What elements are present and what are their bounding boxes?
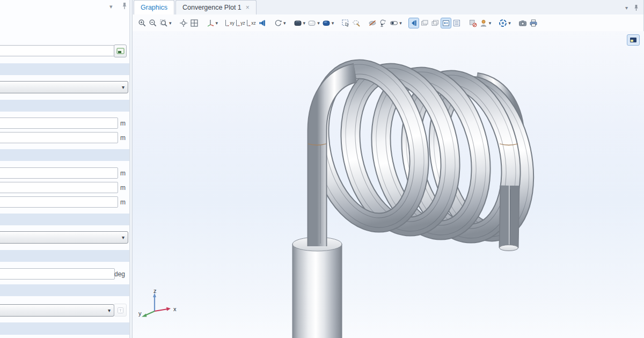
axis-y-label: y bbox=[138, 310, 142, 317]
length-field-2[interactable] bbox=[0, 132, 118, 143]
tube-end-cap bbox=[500, 245, 518, 251]
tab-graphics[interactable]: Graphics bbox=[134, 0, 174, 14]
view-xy-label: xy bbox=[230, 20, 235, 26]
clip-plane-icon[interactable] bbox=[389, 18, 399, 28]
back-window-icon[interactable] bbox=[430, 18, 440, 28]
axis-orientation-triad: z x y bbox=[138, 289, 181, 322]
view-xz-label: xz bbox=[251, 20, 256, 26]
helical-coil-model[interactable] bbox=[133, 31, 644, 338]
unit-label: m bbox=[120, 170, 126, 177]
graphics-window: Graphics Convergence Plot 1 × ▾ ▾ ▾ xy y… bbox=[133, 0, 644, 338]
section-header-band[interactable] bbox=[0, 284, 129, 296]
combobox-3[interactable]: ▾ bbox=[0, 304, 114, 317]
player-icon[interactable] bbox=[479, 18, 488, 28]
panel-menu-caret-icon[interactable]: ▾ bbox=[109, 3, 113, 10]
unit-label: m bbox=[120, 184, 126, 192]
material-color-icon[interactable] bbox=[321, 18, 331, 28]
reset-hiding-icon[interactable] bbox=[468, 18, 478, 28]
zoom-selected-icon[interactable] bbox=[378, 18, 388, 28]
zoom-box-icon[interactable] bbox=[159, 18, 169, 28]
unit-label: deg bbox=[114, 270, 125, 278]
window-menu-caret-icon[interactable]: ▾ bbox=[625, 5, 628, 11]
view-yz-label: yz bbox=[240, 20, 245, 26]
material-color-caret-icon[interactable]: ▾ bbox=[332, 20, 334, 26]
print-icon[interactable] bbox=[529, 18, 538, 28]
scene-light-icon[interactable] bbox=[293, 18, 303, 28]
length-field-5[interactable] bbox=[0, 196, 118, 208]
tab-convergence-plot[interactable]: Convergence Plot 1 × bbox=[175, 0, 257, 14]
section-header-band[interactable] bbox=[0, 250, 129, 262]
hide-selected-icon[interactable] bbox=[368, 18, 377, 28]
graphics-toolbar: ▾ ▾ xy yz xz ▾ ▾ ▾ ▾ ▾ bbox=[133, 14, 643, 31]
length-field-4[interactable] bbox=[0, 182, 118, 193]
length-field-3[interactable] bbox=[0, 167, 118, 179]
default-view-icon[interactable] bbox=[206, 18, 215, 28]
view-xz-icon[interactable]: xz bbox=[246, 18, 256, 28]
scene-light-caret-icon[interactable]: ▾ bbox=[303, 20, 306, 26]
environment-caret-icon[interactable]: ▾ bbox=[317, 20, 320, 26]
view-yz-icon[interactable]: yz bbox=[236, 18, 245, 28]
chevron-down-icon: ▾ bbox=[122, 84, 125, 90]
section-header-band[interactable] bbox=[0, 63, 129, 75]
rename-icon bbox=[116, 48, 125, 55]
rename-label-button[interactable] bbox=[114, 45, 127, 57]
unit-label: m bbox=[120, 199, 126, 206]
image-shutter-caret-icon[interactable]: ▾ bbox=[508, 20, 511, 26]
section-header-band[interactable] bbox=[0, 149, 129, 161]
plot-list-icon[interactable] bbox=[452, 18, 462, 28]
go-to-view-icon[interactable] bbox=[257, 18, 267, 28]
section-header-band[interactable] bbox=[0, 214, 129, 225]
lasso-select-icon[interactable] bbox=[352, 18, 361, 28]
axis-z-label: z bbox=[153, 289, 157, 294]
window-pin-icon[interactable] bbox=[633, 4, 639, 11]
view-xy-icon[interactable]: xy bbox=[225, 18, 235, 28]
zoom-extents-icon[interactable] bbox=[179, 18, 188, 28]
environment-reflections-icon[interactable] bbox=[307, 18, 317, 28]
chevron-down-icon: ▾ bbox=[108, 307, 111, 313]
chevron-down-icon: ▾ bbox=[122, 234, 125, 240]
tab-label: Convergence Plot 1 bbox=[182, 4, 241, 11]
go-to-source-button bbox=[114, 304, 127, 317]
graphics-canvas[interactable]: z x y bbox=[133, 31, 644, 338]
section-header-band[interactable] bbox=[0, 100, 129, 112]
show-graphics-icon[interactable] bbox=[409, 18, 419, 28]
zoom-in-icon[interactable] bbox=[137, 18, 147, 28]
combobox-1[interactable]: ▾ bbox=[0, 81, 128, 93]
snapshot-camera-icon[interactable] bbox=[518, 18, 528, 28]
fit-window-icon[interactable] bbox=[189, 18, 199, 28]
settings-panel: ▾ ▾ m m m m m ▾ deg ▾ bbox=[0, 0, 129, 338]
zoom-box-caret-icon[interactable]: ▾ bbox=[169, 20, 172, 26]
rotate-caret-icon[interactable]: ▾ bbox=[283, 20, 286, 26]
unit-label: m bbox=[120, 134, 126, 142]
player-caret-icon[interactable]: ▾ bbox=[489, 20, 492, 26]
base-cylinder bbox=[292, 237, 342, 338]
panel-pin-icon[interactable] bbox=[121, 2, 128, 10]
combobox-2[interactable]: ▾ bbox=[0, 231, 128, 244]
default-view-caret-icon[interactable]: ▾ bbox=[216, 20, 218, 26]
angle-field[interactable] bbox=[0, 268, 115, 280]
rotate-icon[interactable] bbox=[273, 18, 283, 28]
unit-label: m bbox=[120, 120, 126, 127]
close-tab-icon[interactable]: × bbox=[246, 4, 250, 11]
clip-plane-caret-icon[interactable]: ▾ bbox=[399, 20, 402, 26]
go-to-source-icon bbox=[117, 307, 124, 314]
front-window-icon[interactable] bbox=[420, 18, 429, 28]
graphics-tabbar: Graphics Convergence Plot 1 × ▾ bbox=[133, 0, 643, 15]
tab-label: Graphics bbox=[141, 4, 167, 11]
image-shutter-icon[interactable] bbox=[498, 18, 508, 28]
zoom-out-icon[interactable] bbox=[148, 18, 158, 28]
select-box-icon[interactable] bbox=[341, 18, 350, 28]
axis-orientation-icon[interactable] bbox=[441, 18, 451, 28]
graphics-overlay-icon[interactable] bbox=[627, 34, 640, 46]
axis-x-label: x bbox=[173, 306, 177, 312]
label-input[interactable] bbox=[0, 45, 115, 56]
length-field-1[interactable] bbox=[0, 117, 118, 129]
section-header-band[interactable] bbox=[0, 322, 129, 335]
